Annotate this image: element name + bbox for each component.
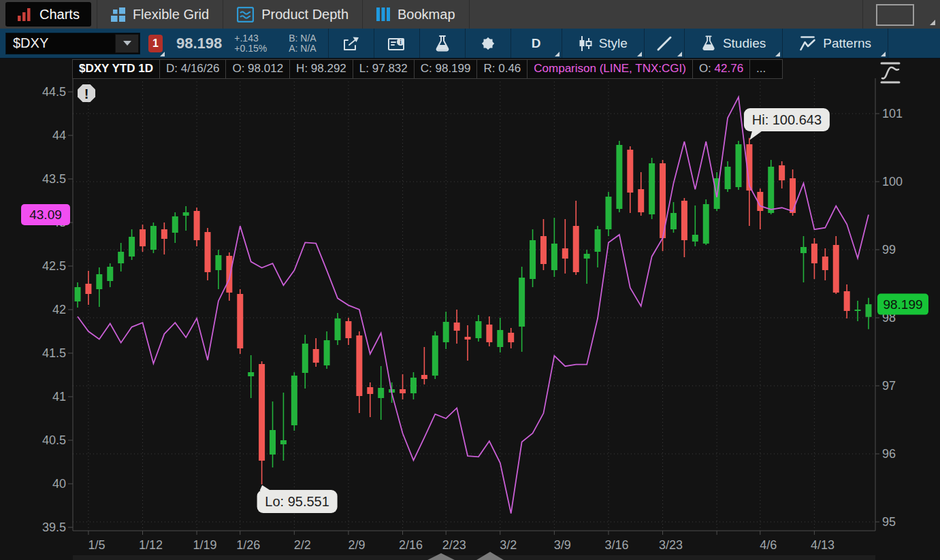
bid-ask-block: B: N/A A: N/A bbox=[289, 33, 316, 54]
candle bbox=[692, 205, 698, 246]
chart-info-button[interactable]: i bbox=[374, 29, 419, 59]
header-ellipsis[interactable]: ... bbox=[749, 59, 783, 79]
candle bbox=[508, 328, 514, 348]
lo-annotation: Lo: 95.551 bbox=[257, 485, 338, 513]
candle bbox=[259, 361, 265, 484]
x-axis-label: 1/26 bbox=[236, 538, 260, 552]
candle bbox=[486, 316, 492, 346]
analysis-flask-button[interactable] bbox=[420, 29, 465, 59]
drawing-tool-icon bbox=[656, 35, 672, 52]
symbol-dropdown-button[interactable] bbox=[115, 34, 139, 53]
change-percent: +0.15% bbox=[234, 44, 267, 54]
candle bbox=[465, 325, 471, 361]
corner-triangle bbox=[881, 52, 886, 56]
drawing-tool-button[interactable] bbox=[645, 29, 684, 59]
last-price: 98.198 bbox=[176, 35, 222, 52]
corner-triangle bbox=[637, 52, 642, 56]
alerts-button[interactable]: 1 bbox=[140, 29, 167, 59]
candle bbox=[400, 374, 406, 399]
candle bbox=[172, 212, 178, 243]
price-last-value-badge: 98.199 bbox=[877, 294, 928, 315]
symbol-value: $DXY bbox=[6, 35, 115, 51]
candle bbox=[215, 250, 221, 289]
compare-axis-label: 43.5 bbox=[42, 172, 66, 186]
candle bbox=[183, 206, 189, 231]
candle bbox=[822, 248, 828, 280]
candle bbox=[443, 312, 449, 349]
style-button[interactable]: Style bbox=[562, 29, 644, 59]
tab-charts[interactable]: Charts bbox=[5, 2, 91, 27]
candle bbox=[768, 160, 774, 214]
candle bbox=[129, 229, 135, 260]
price-axis-label: 100 bbox=[882, 175, 903, 188]
candle bbox=[107, 263, 113, 287]
candle bbox=[291, 372, 297, 431]
x-axis-label: 3/9 bbox=[554, 538, 571, 552]
candle bbox=[757, 188, 763, 229]
svg-text:!: ! bbox=[84, 86, 89, 101]
tabbar-corner-triangle bbox=[930, 20, 935, 25]
candle bbox=[475, 315, 481, 342]
comparison-open-key: O: bbox=[699, 62, 715, 75]
x-axis-label: 1/12 bbox=[139, 538, 163, 552]
candle bbox=[118, 243, 124, 271]
x-axis-label: 1/5 bbox=[88, 538, 105, 552]
hi-annotation: Hi: 100.643 bbox=[744, 108, 830, 140]
header-date: D: 4/16/26 bbox=[159, 59, 226, 79]
x-axis-label: 3/23 bbox=[659, 538, 683, 552]
header-open: O: 98.012 bbox=[225, 59, 290, 79]
flask-icon bbox=[701, 35, 716, 52]
price-axis-label: 101 bbox=[882, 107, 903, 120]
header-low: L: 97.832 bbox=[353, 59, 415, 79]
tab-label: Product Depth bbox=[261, 7, 349, 22]
corner-triangle bbox=[677, 52, 682, 56]
candle bbox=[725, 161, 731, 192]
tab-label: Bookmap bbox=[398, 7, 455, 22]
header-comparison: Comparison (LINE, TNX:CGI) bbox=[527, 59, 693, 79]
candle bbox=[497, 318, 503, 352]
timeframe-button[interactable]: D bbox=[511, 29, 562, 59]
corner-triangle bbox=[775, 52, 780, 56]
svg-text:i: i bbox=[400, 39, 402, 46]
candle bbox=[638, 172, 644, 216]
symbol-input[interactable]: $DXY bbox=[5, 33, 140, 54]
tab-label: Flexible Grid bbox=[133, 7, 209, 22]
chart-status-header: $DXY YTD 1D D: 4/16/26 O: 98.012 H: 98.2… bbox=[73, 59, 783, 79]
x-axis-label: 2/9 bbox=[348, 538, 365, 552]
chart-toolbar: $DXY 1 98.198 +.143 +0.15% B: N/A A: N/A bbox=[0, 29, 940, 59]
comparison-label: Comparison (LINE, TNX:CGI) bbox=[534, 62, 686, 75]
ask-value: A: N/A bbox=[289, 44, 316, 54]
layout-selector-button[interactable] bbox=[876, 4, 914, 26]
x-axis-label: 3/2 bbox=[500, 538, 517, 552]
tab-flexible-grid[interactable]: Flexible Grid bbox=[97, 0, 223, 29]
candle bbox=[779, 161, 785, 188]
candle bbox=[530, 229, 536, 287]
compare-axis-label: 41.5 bbox=[42, 346, 66, 360]
tab-product-depth[interactable]: Product Depth bbox=[223, 0, 362, 29]
x-axis-label: 4/6 bbox=[760, 538, 777, 552]
alert-warning-icon[interactable]: ! bbox=[78, 84, 95, 102]
expand-panel-handle[interactable] bbox=[73, 552, 875, 560]
chevron-down-icon bbox=[123, 41, 131, 46]
bid-value: B: N/A bbox=[289, 33, 316, 44]
patterns-button[interactable]: Patterns bbox=[783, 29, 888, 59]
x-axis-label: 3/16 bbox=[604, 538, 628, 552]
candle bbox=[866, 298, 872, 329]
alerts-badge: 1 bbox=[148, 35, 163, 52]
tab-label: Charts bbox=[39, 7, 80, 22]
price-change-block: +.143 +0.15% bbox=[234, 33, 267, 54]
price-scale-icon[interactable] bbox=[881, 63, 899, 82]
tab-bookmap[interactable]: Bookmap bbox=[363, 0, 469, 29]
candle bbox=[378, 366, 384, 420]
comparison-open-value: 42.76 bbox=[715, 62, 744, 75]
settings-button[interactable] bbox=[466, 29, 510, 59]
flexible-grid-icon bbox=[111, 7, 125, 22]
candle bbox=[519, 267, 525, 352]
compare-axis-label: 40.5 bbox=[42, 433, 66, 447]
bookmap-icon bbox=[376, 7, 390, 21]
candle bbox=[410, 372, 417, 399]
share-button[interactable] bbox=[329, 29, 374, 59]
candle bbox=[194, 208, 200, 246]
studies-button[interactable]: Studies bbox=[685, 29, 782, 59]
candle bbox=[356, 331, 362, 413]
